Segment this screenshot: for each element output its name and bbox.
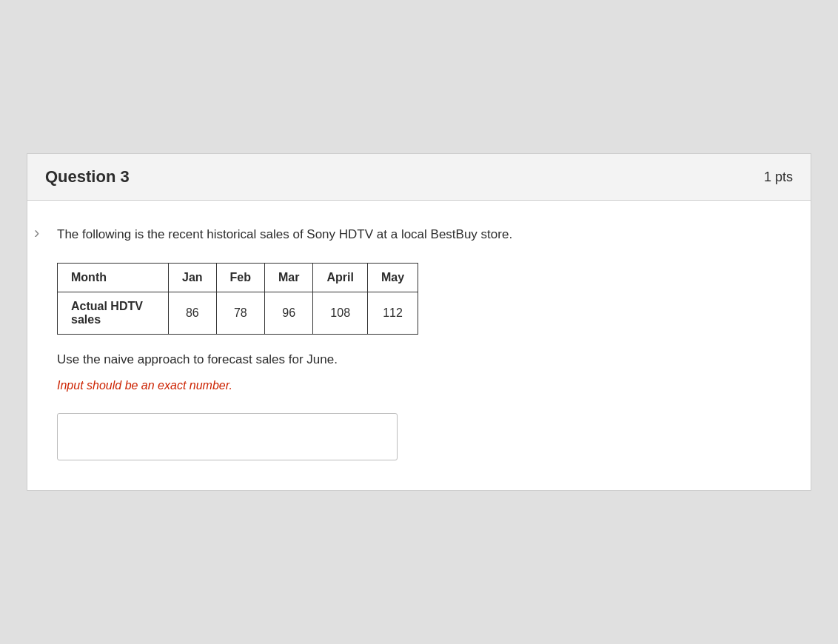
answer-input[interactable]	[57, 413, 398, 460]
col-mar: Mar	[265, 263, 313, 292]
cell-may: 112	[367, 292, 418, 334]
col-feb: Feb	[216, 263, 264, 292]
question-description: The following is the recent historical s…	[57, 224, 781, 244]
col-month: Month	[58, 263, 169, 292]
col-may: May	[367, 263, 418, 292]
cell-april: 108	[313, 292, 367, 334]
sales-table: Month Jan Feb Mar April May Actual HDTVs…	[57, 263, 418, 335]
question-header: Question 3 1 pts	[27, 154, 811, 201]
question-body: The following is the recent historical s…	[27, 201, 811, 489]
question-points: 1 pts	[764, 170, 793, 185]
col-april: April	[313, 263, 367, 292]
table-header-row: Month Jan Feb Mar April May	[58, 263, 418, 292]
col-jan: Jan	[169, 263, 217, 292]
row-label: Actual HDTVsales	[58, 292, 169, 334]
forecast-instruction: Use the naive approach to forecast sales…	[57, 352, 781, 367]
question-title: Question 3	[45, 167, 130, 187]
input-hint: Input should be an exact number.	[57, 379, 781, 392]
table-data-row: Actual HDTVsales 86 78 96 108 112	[58, 292, 418, 334]
cell-mar: 96	[265, 292, 313, 334]
cell-jan: 86	[169, 292, 217, 334]
question-card: Question 3 1 pts The following is the re…	[27, 153, 811, 490]
chevron-left-icon: ›	[34, 224, 39, 243]
cell-feb: 78	[216, 292, 264, 334]
